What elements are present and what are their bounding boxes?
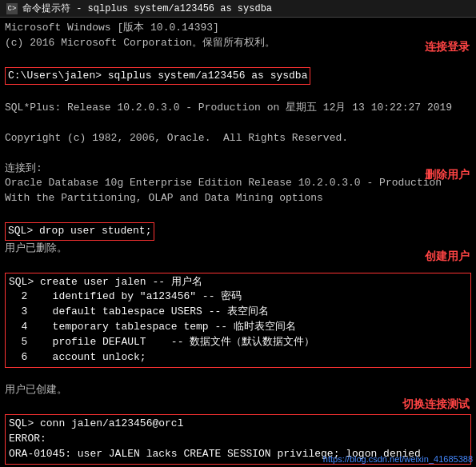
line-11 — [5, 369, 471, 384]
annotation-login: 连接登录 — [425, 40, 470, 54]
line-oracle-options: With the Partitioning, OLAP and Data Min… — [5, 191, 471, 206]
watermark: https://blog.csdn.net/weixin_41685388 — [323, 454, 473, 464]
line-create-4: 4 temporary tablespace temp -- 临时表空间名 — [9, 320, 467, 335]
line-drop: SQL> drop user student; — [8, 224, 151, 239]
line-user-created: 用户已创建。 — [5, 383, 471, 398]
drop-user-box: SQL> drop user student; — [5, 222, 154, 241]
annotation-delete: 删除用户 — [425, 168, 470, 182]
line-connected-to: 连接到: — [5, 162, 471, 177]
line-create-6: 6 account unlock; — [9, 350, 467, 365]
line-2: (c) 2016 Microsoft Corporation。保留所有权利。 — [5, 36, 471, 51]
line-copyright: Copyright (c) 1982, 2006, Oracle. All Ri… — [5, 131, 471, 146]
line-5 — [5, 86, 471, 101]
title-text: 命令提示符 - sqlplus system/a123456 as sysdba — [22, 2, 272, 15]
line-6: SQL*Plus: Release 10.2.0.3.0 - Productio… — [5, 101, 471, 116]
line-user-deleted: 用户已删除。 — [5, 241, 471, 257]
line-create-2: 2 identified by "a123456" -- 密码 — [9, 289, 467, 305]
line-create-5: 5 profile DEFAULT -- 数据文件（默认数据文件） — [9, 335, 467, 350]
line-12 — [5, 398, 471, 413]
line-3 — [5, 51, 471, 66]
title-bar: C> 命令提示符 - sqlplus system/a123456 as sys… — [0, 0, 476, 18]
line-create-3: 3 default tablespace USERS -- 表空间名 — [9, 305, 467, 320]
line-10 — [5, 257, 471, 272]
line-conn-cmd: SQL> conn jalen/a123456@orcl — [9, 417, 467, 432]
line-create-1: SQL> create user jalen -- 用户名 — [9, 275, 467, 290]
line-7 — [5, 116, 471, 131]
login-command-box: C:\Users\jalen> sqlplus system/a123456 a… — [5, 67, 310, 86]
line-8 — [5, 146, 471, 162]
annotation-switch: 切换连接测试 — [402, 397, 470, 412]
line-4: C:\Users\jalen> sqlplus system/a123456 a… — [8, 69, 307, 84]
line-1: Microsoft Windows [版本 10.0.14393] — [5, 21, 471, 36]
title-icon: C> — [6, 3, 18, 14]
line-conn-error: ERROR: — [9, 432, 467, 447]
line-oracle-info: Oracle Database 10g Enterprise Edition R… — [5, 176, 471, 191]
line-9 — [5, 206, 471, 222]
terminal-body: 连接登录 Microsoft Windows [版本 10.0.14393] (… — [0, 18, 476, 467]
create-user-box: SQL> create user jalen -- 用户名 2 identifi… — [5, 273, 471, 368]
annotation-create: 创建用户 — [425, 249, 470, 264]
